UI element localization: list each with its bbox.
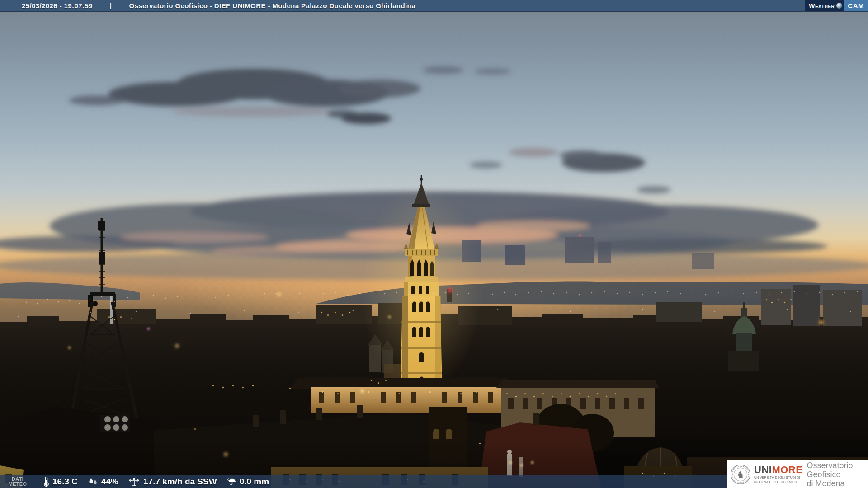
weathercam-globe-icon	[836, 3, 842, 9]
weathercam-cam-label: CAM	[844, 0, 868, 11]
brand-uni: UNI	[754, 464, 772, 475]
humidity-value: 44%	[101, 477, 118, 487]
weathercam-weather-label: Weather	[809, 2, 835, 9]
umbrella-icon	[227, 477, 236, 486]
temperature-group: 16.3 C	[43, 477, 78, 487]
brand-more: MORE	[772, 464, 802, 475]
timestamp: 25/03/2026 - 19:07:59	[22, 2, 93, 9]
page-title: Osservatorio Geofisico - DIEF UNIMORE - …	[129, 2, 415, 9]
webcam-page: 25/03/2026 - 19:07:59 | Osservatorio Geo…	[0, 0, 868, 488]
wind-value: 17.7 km/h da SSW	[143, 477, 217, 487]
humidity-drops-icon	[88, 477, 98, 486]
observatory-name: Osservatorio Geofisico di Modena	[807, 461, 868, 488]
thermometer-icon	[43, 477, 49, 487]
temperature-value: 16.3 C	[52, 477, 78, 487]
unimore-seal-icon: ♞	[730, 464, 751, 485]
unimore-logo-box[interactable]: ♞ UNIMORE UNIVERSITÀ DEGLI STUDI DI MODE…	[727, 460, 868, 488]
wind-vane-icon	[128, 477, 140, 487]
wind-group: 17.7 km/h da SSW	[128, 477, 217, 487]
weathercam-logo[interactable]: Weather CAM	[805, 0, 868, 11]
precipitation-value: 0.0 mm	[240, 477, 269, 487]
dati-meteo-label[interactable]: DATI METEO	[7, 477, 28, 487]
webcam-photo	[0, 0, 868, 488]
top-title-bar: 25/03/2026 - 19:07:59 | Osservatorio Geo…	[0, 0, 868, 12]
humidity-group: 44%	[88, 477, 118, 487]
university-name-line1: UNIVERSITÀ DEGLI STUDI DI	[754, 476, 802, 479]
university-name-line2: MODENA E REGGIO EMILIA	[754, 480, 802, 484]
separator: |	[110, 2, 112, 9]
svg-text:♞: ♞	[736, 469, 744, 479]
precipitation-group: 0.0 mm	[227, 477, 269, 487]
unimore-brand: UNIMORE UNIVERSITÀ DEGLI STUDI DI MODENA…	[754, 465, 802, 484]
